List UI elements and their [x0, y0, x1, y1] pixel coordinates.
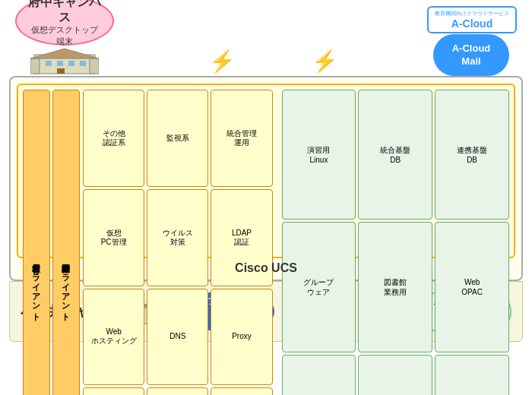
- middle-grid: その他認証系 監視系 統合管理運用 仮想PC管理 ウイルス対策 LDAP認証 W…: [83, 90, 273, 395]
- grid-web-hosting: Webホスティング: [83, 289, 144, 386]
- service-renkei-db: 連携基盤DB: [435, 90, 509, 220]
- grid-kasou-pc: 仮想PC管理: [83, 189, 144, 286]
- fuchu-section: 府中キャンパス 仮想デスクトップ端末: [15, 0, 114, 76]
- grid-dns: DNS: [147, 289, 208, 386]
- acloud-cloud: A-CloudMail: [433, 34, 509, 76]
- svg-rect-7: [57, 68, 65, 74]
- fuchu-building: [30, 47, 99, 76]
- fuchu-balloon: 府中キャンパス 仮想デスクトップ端末: [15, 0, 114, 46]
- svg-rect-5: [68, 61, 74, 66]
- grid-sonota: その他認証系: [83, 90, 144, 187]
- service-groupware: グループウェア: [282, 222, 356, 352]
- grid-togo: 統合管理運用: [211, 90, 272, 187]
- service-enshu: 演習用Linux: [282, 90, 356, 220]
- lightning-arrows: ⚡ ⚡: [209, 51, 338, 76]
- service-togo-db: 統合基盤DB: [358, 90, 432, 220]
- grid-shinsei: 申請管理: [147, 387, 208, 395]
- vsphere-container: 教育用クライアント 図書館業務用クライアント その他認証系 監視系 統合管理運用…: [17, 84, 515, 258]
- cisco-ucs-container: 教育用クライアント 図書館業務用クライアント その他認証系 監視系 統合管理運用…: [9, 76, 523, 281]
- grid-proxy: Proxy: [211, 289, 272, 386]
- fuchu-campus-name: 府中キャンパス: [27, 0, 102, 24]
- vsphere-inner: 教育用クライアント 図書館業務用クライアント その他認証系 監視系 統合管理運用…: [23, 90, 509, 395]
- client-boxes: 教育用クライアント 図書館業務用クライアント: [23, 90, 80, 395]
- acloud-logo-big: A-Cloud: [451, 17, 492, 30]
- service-opac: WebOPAC: [435, 222, 509, 352]
- right-services: 演習用Linux 統合基盤DB 連携基盤DB グループウェア 図書館業務用 We…: [282, 90, 509, 395]
- lightning-left: ⚡: [209, 51, 236, 72]
- service-print: プリンティング: [435, 355, 509, 395]
- acloud-logo-small: 教育機関向けクラウドサービス: [435, 10, 509, 17]
- page: 府中キャンパス 仮想デスクトップ端末 ⚡ ⚡ A: [0, 0, 532, 395]
- grid-mail: メールアカウント: [211, 387, 272, 395]
- svg-rect-3: [46, 61, 52, 66]
- client-box-library: 図書館業務用クライアント: [52, 90, 80, 395]
- service-library: 図書館業務用: [358, 222, 432, 352]
- fuchu-subtitle: 仮想デスクトップ端末: [27, 24, 102, 47]
- svg-rect-6: [80, 61, 86, 66]
- acloud-text: A-CloudMail: [452, 43, 491, 68]
- acloud-logo: 教育機関向けクラウドサービス A-Cloud: [427, 6, 517, 33]
- svg-rect-4: [57, 61, 63, 66]
- client-box-education: 教育用クライアント: [23, 90, 50, 395]
- service-license: ライセンス: [358, 355, 432, 395]
- grid-lms: 学習LMS: [83, 387, 144, 395]
- acloud-section: A-CloudMail 教育機関向けクラウドサービス A-Cloud: [433, 34, 509, 76]
- lightning-right: ⚡: [312, 51, 338, 72]
- service-backup: バックアップ・仮想化管理: [282, 355, 356, 395]
- svg-rect-1: [30, 58, 40, 74]
- grid-virus: ウイルス対策: [147, 189, 208, 286]
- grid-kanshi: 監視系: [147, 90, 208, 187]
- svg-marker-8: [30, 49, 99, 58]
- svg-rect-2: [90, 58, 99, 74]
